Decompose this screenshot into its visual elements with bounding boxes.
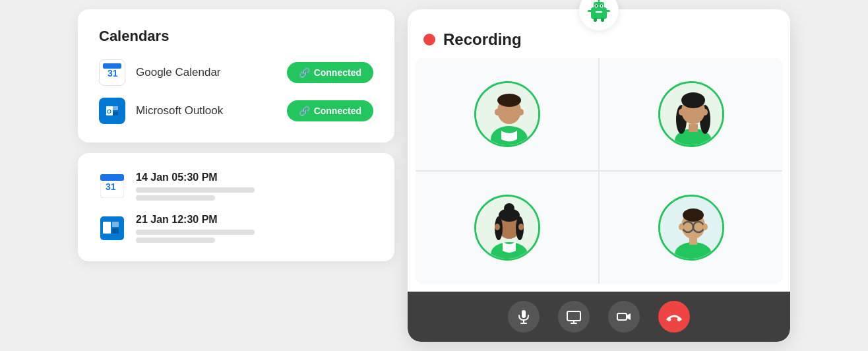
event2-cal-icon [100,216,124,240]
video-cell-3 [416,172,598,284]
svg-rect-13 [112,222,119,227]
svg-rect-23 [596,11,602,13]
outlook-label: Microsoft Outlook [136,104,287,117]
screen-share-icon [566,309,582,325]
event-row-1: 31 14 Jan 05:30 PM [99,172,373,201]
event1-bar-1 [136,187,255,193]
svg-point-40 [681,92,705,108]
svg-rect-65 [522,310,526,318]
link-icon-2: 🔗 [299,106,310,116]
svg-rect-26 [594,18,597,22]
camera-icon [616,309,632,325]
svg-rect-54 [689,238,697,245]
outlook-svg: O [104,102,121,119]
svg-rect-25 [606,10,610,12]
avatar-male-1 [476,83,540,147]
svg-rect-71 [617,313,627,320]
avatar-female-bun [476,197,540,261]
recording-label: Recording [443,30,522,49]
camera-button[interactable] [608,301,640,333]
svg-rect-27 [601,18,604,22]
svg-rect-6 [113,112,118,115]
outlook-icon: O [99,98,125,124]
avatar-female-1 [660,83,724,147]
event2-content: 21 Jan 12:30 PM [136,214,373,243]
video-cell-4 [600,172,782,284]
svg-text:O: O [107,108,111,115]
link-icon: 🔗 [299,67,310,78]
svg-point-63 [679,224,684,230]
video-cell-2 [600,58,782,170]
svg-rect-5 [113,106,118,110]
svg-rect-10 [100,174,124,181]
avatar-glasses [660,197,724,261]
event1-content: 14 Jan 05:30 PM [136,172,373,201]
robot-icon [586,0,611,23]
svg-rect-24 [588,10,592,12]
svg-rect-68 [567,311,580,321]
svg-text:31: 31 [106,181,116,192]
outlook-connected-label: Connected [314,106,361,116]
screen-share-button[interactable] [558,301,590,333]
event2-icon [99,215,125,241]
event2-bar-2 [136,238,215,243]
svg-point-18 [598,0,600,1]
svg-point-22 [601,5,602,7]
svg-point-42 [702,109,708,115]
video-panel-wrapper: Recording [408,9,790,342]
left-panel: Calendars 31 Google Calendar 🔗 Connected [78,9,394,261]
svg-point-51 [518,224,524,230]
svg-point-33 [518,109,524,115]
google-connected-badge: 🔗 Connected [287,62,373,83]
svg-rect-2 [103,63,121,69]
avatar-3 [474,195,540,261]
video-cell-1 [416,58,598,170]
event2-date: 21 Jan 12:30 PM [136,214,373,226]
svg-rect-36 [689,124,698,132]
event2-bar-1 [136,230,255,235]
svg-point-49 [504,203,514,214]
google-connected-label: Connected [314,67,361,78]
google-calendar-label: Google Calendar [136,66,287,79]
video-panel: Recording [408,9,790,342]
outlook-calendar-row: O Microsoft Outlook 🔗 Connected [99,98,373,124]
event1-icon: 31 [99,173,125,199]
event1-date: 14 Jan 05:30 PM [136,172,373,183]
svg-point-31 [497,94,521,107]
svg-point-41 [679,109,684,115]
svg-rect-14 [112,228,119,234]
mic-button[interactable] [508,301,540,333]
google-cal-svg: 31 [103,63,121,82]
svg-rect-12 [103,222,111,234]
avatar-2 [658,81,724,147]
google-calendar-row: 31 Google Calendar 🔗 Connected [99,59,373,86]
google-calendar-icon: 31 [99,59,125,86]
events-card: 31 14 Jan 05:30 PM [78,153,394,261]
calendars-title: Calendars [99,28,373,45]
event-row-2: 21 Jan 12:30 PM [99,214,373,243]
svg-text:31: 31 [108,68,118,79]
event1-cal-icon: 31 [100,174,124,198]
svg-point-32 [495,109,500,115]
svg-point-64 [702,224,708,230]
event1-bar-2 [136,195,215,201]
svg-point-21 [596,5,597,7]
avatar-4 [658,195,724,261]
mic-icon [516,309,532,325]
avatar-1 [474,81,540,147]
calendars-card: Calendars 31 Google Calendar 🔗 Connected [78,9,394,143]
svg-point-56 [683,208,704,222]
recording-dot [423,34,435,46]
svg-point-50 [495,224,500,230]
video-grid [416,58,782,284]
hang-up-icon [665,307,683,326]
main-container: Calendars 31 Google Calendar 🔗 Connected [65,0,803,351]
hang-up-button[interactable] [658,301,690,333]
controls-bar [408,292,790,342]
outlook-connected-badge: 🔗 Connected [287,100,373,121]
